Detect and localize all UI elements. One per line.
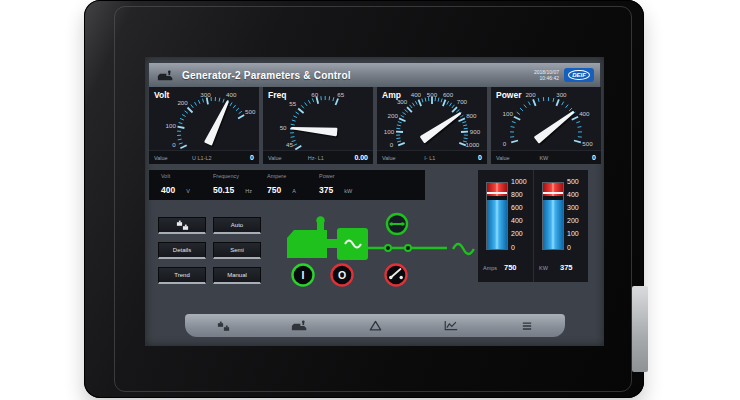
gauge-tick — [317, 97, 319, 104]
gauge-tick-label: 50 — [280, 124, 287, 131]
gauge-tick — [223, 99, 224, 103]
gauge-title: Amp — [382, 90, 401, 100]
gauge-tick — [203, 99, 204, 103]
gauge-panel-power: 0100200300400500 Power Value KW 0 — [491, 87, 601, 164]
generator-select-button[interactable] — [158, 217, 206, 234]
readout-value: 750 — [267, 185, 281, 195]
gauge-tick — [511, 127, 515, 128]
engine-icon — [287, 216, 337, 258]
gauge-title: Freq — [268, 90, 286, 100]
bar-fill — [487, 200, 507, 250]
readout-ampere: Ampere 750A — [267, 170, 321, 200]
gauge-tick — [443, 100, 446, 107]
readout-unit: Hz — [245, 188, 252, 194]
gauge-tick — [447, 101, 449, 105]
gauge-footer: Value I- L1 0 — [377, 150, 487, 164]
start-button[interactable]: I — [293, 265, 314, 286]
deif-logo: DEIF — [564, 68, 594, 82]
nav-generators-icon[interactable] — [201, 317, 245, 334]
gauge-tick — [188, 108, 193, 113]
details-button[interactable]: Details — [158, 242, 206, 259]
gauge-tick — [296, 112, 299, 114]
bar-tick-label: 800 — [511, 191, 535, 198]
gauge-tick — [572, 117, 578, 120]
gauge-signal-label: I- L1 — [396, 155, 464, 161]
gauge-tick — [178, 127, 185, 128]
bar-tick-label: 400 — [567, 191, 591, 198]
gauge-tick — [191, 105, 194, 108]
auto-mode-button[interactable]: Auto — [213, 217, 261, 234]
node — [405, 245, 411, 251]
readout-power: Power 375kW — [319, 170, 373, 200]
readout-header: Ampere — [267, 173, 321, 179]
nav-genset-icon[interactable] — [277, 317, 321, 334]
gauge-tick — [292, 120, 296, 121]
breaker-open-button[interactable] — [386, 265, 407, 286]
gauge-tick — [182, 115, 186, 117]
bar-tick-label: 200 — [567, 217, 591, 224]
semi-mode-button[interactable]: Semi — [213, 242, 261, 259]
gauge-tick — [308, 100, 310, 104]
page-title: Generator-2 Parameters & Control — [182, 70, 351, 81]
gauge-tick — [528, 102, 530, 106]
gauge-tick — [291, 137, 295, 138]
gauge-tick — [462, 122, 466, 123]
gauge-tick-label: 500 — [427, 91, 438, 98]
gauge-tick — [293, 144, 297, 146]
stop-button[interactable]: O — [332, 265, 353, 286]
gauge-tick — [180, 118, 184, 120]
gauge-tick — [533, 99, 536, 106]
gauge-tick — [178, 139, 182, 140]
gauge-tick-label: 200 — [388, 112, 399, 119]
stop-label: O — [338, 269, 346, 281]
gauge-tick-label: 60 — [311, 91, 318, 98]
readout-value: 400 — [161, 185, 175, 195]
bar-red-zone — [487, 183, 507, 196]
gauge-tick — [556, 99, 559, 106]
gauge-tick — [291, 124, 295, 125]
trend-button[interactable]: Trend — [158, 267, 206, 284]
gauge-tick — [520, 108, 523, 111]
gauge-panel-amp: 01002003004005006007008009001000 Amp Val… — [377, 87, 487, 164]
readout-header: Power — [319, 173, 373, 179]
gauge-tick-label: 500 — [245, 108, 256, 115]
gauge-tick — [576, 122, 580, 123]
gauge-tick-label: 700 — [457, 98, 468, 105]
nav-alarm-icon[interactable] — [353, 317, 397, 334]
bar-tick-label: 0 — [567, 244, 591, 251]
gauge-tick — [441, 99, 442, 103]
nav-trend-icon[interactable] — [429, 317, 473, 334]
gauge-tick — [301, 105, 304, 108]
gauge-tick-label: 55 — [289, 100, 296, 107]
gauge-tick-label: 0 — [390, 141, 394, 148]
bar-tick-label: 400 — [511, 217, 535, 224]
gauge-signal-label: U L1-L2 — [168, 155, 236, 161]
gauge-tick — [464, 128, 468, 129]
gauge-tick-label: 500 — [582, 140, 593, 147]
gauge-title: Power — [496, 90, 522, 100]
gauge-tick — [230, 103, 232, 106]
bar-tick-label: 0 — [511, 244, 535, 251]
gauge-tick-label: 300 — [556, 91, 567, 98]
readout-volt: Volt 400V — [161, 170, 215, 200]
gauge-footer: Value Hz- L1 0.00 — [263, 150, 373, 164]
grid-wave-icon — [453, 244, 474, 254]
gauge-signal-label: KW — [510, 155, 578, 161]
gauge-panel-volt: 0100200300400500 Volt Value U L1-L2 0 — [149, 87, 259, 164]
bottom-nav-bar — [185, 314, 565, 337]
bar-tick-label: 500 — [567, 178, 591, 185]
readout-table: Volt 400V Frequency 50.15Hz Ampere 750A … — [149, 170, 425, 200]
gauge-needle — [421, 114, 460, 142]
gauge-tick — [198, 100, 200, 104]
gauge-tick-label: 65 — [337, 91, 344, 98]
gauge-tick — [553, 98, 554, 102]
gauge-tick — [514, 117, 520, 120]
gauge-tick — [329, 96, 330, 100]
gauge-tick — [305, 103, 307, 106]
gauge-tick — [578, 127, 582, 128]
gauge-tick-label: 900 — [470, 128, 481, 135]
nav-menu-icon[interactable] — [505, 317, 549, 334]
gauge-tick-label: 200 — [525, 91, 536, 98]
manual-mode-button[interactable]: Manual — [213, 267, 261, 284]
gauge-digital-value: 0.00 — [350, 154, 368, 161]
